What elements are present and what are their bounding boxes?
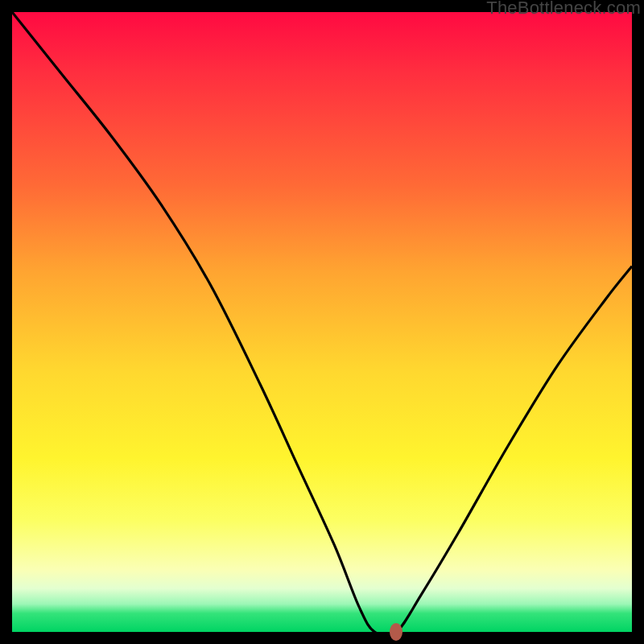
chart-frame <box>12 12 632 632</box>
bottleneck-curve <box>12 12 632 632</box>
curve-path <box>12 12 632 632</box>
watermark-text: TheBottleneck.com <box>486 0 641 19</box>
optimal-point-marker <box>390 623 402 641</box>
